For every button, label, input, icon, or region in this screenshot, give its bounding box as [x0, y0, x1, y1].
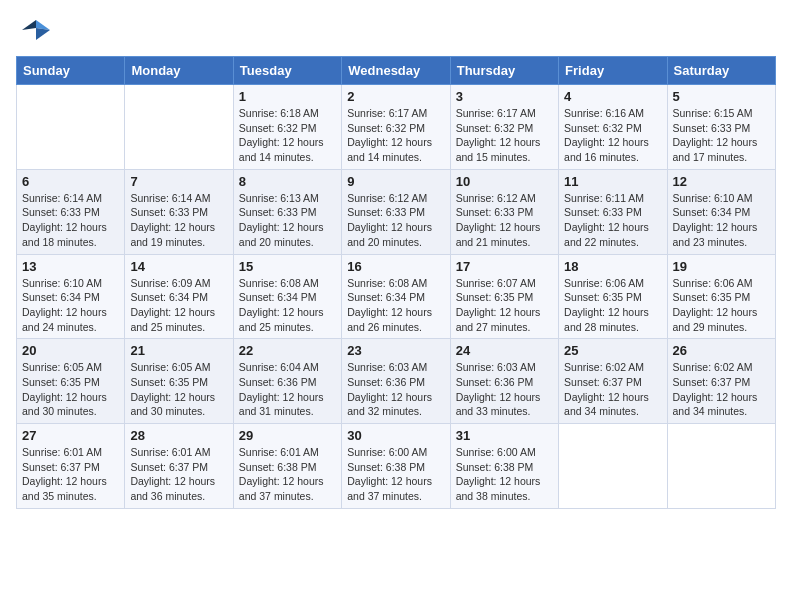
cell-info: Sunset: 6:32 PM	[564, 121, 661, 136]
cell-info: Sunset: 6:33 PM	[22, 205, 119, 220]
cell-info: Sunrise: 6:16 AM	[564, 106, 661, 121]
calendar-cell: 19Sunrise: 6:06 AMSunset: 6:35 PMDayligh…	[667, 254, 775, 339]
cell-info: Daylight: 12 hours and 16 minutes.	[564, 135, 661, 164]
day-number: 14	[130, 259, 227, 274]
cell-info: Sunrise: 6:08 AM	[347, 276, 444, 291]
calendar-cell: 9Sunrise: 6:12 AMSunset: 6:33 PMDaylight…	[342, 169, 450, 254]
day-number: 5	[673, 89, 770, 104]
calendar-cell: 16Sunrise: 6:08 AMSunset: 6:34 PMDayligh…	[342, 254, 450, 339]
calendar-cell: 27Sunrise: 6:01 AMSunset: 6:37 PMDayligh…	[17, 424, 125, 509]
day-number: 12	[673, 174, 770, 189]
calendar-cell: 11Sunrise: 6:11 AMSunset: 6:33 PMDayligh…	[559, 169, 667, 254]
day-header-sunday: Sunday	[17, 57, 125, 85]
cell-info: Sunrise: 6:04 AM	[239, 360, 336, 375]
calendar-cell: 31Sunrise: 6:00 AMSunset: 6:38 PMDayligh…	[450, 424, 558, 509]
calendar-cell: 26Sunrise: 6:02 AMSunset: 6:37 PMDayligh…	[667, 339, 775, 424]
day-number: 8	[239, 174, 336, 189]
cell-info: Sunset: 6:37 PM	[22, 460, 119, 475]
day-number: 24	[456, 343, 553, 358]
day-number: 16	[347, 259, 444, 274]
cell-info: Daylight: 12 hours and 20 minutes.	[239, 220, 336, 249]
cell-info: Sunset: 6:34 PM	[239, 290, 336, 305]
cell-info: Daylight: 12 hours and 25 minutes.	[239, 305, 336, 334]
day-number: 7	[130, 174, 227, 189]
cell-info: Sunrise: 6:17 AM	[456, 106, 553, 121]
cell-info: Sunset: 6:33 PM	[130, 205, 227, 220]
day-number: 11	[564, 174, 661, 189]
cell-info: Daylight: 12 hours and 15 minutes.	[456, 135, 553, 164]
day-number: 15	[239, 259, 336, 274]
cell-info: Daylight: 12 hours and 19 minutes.	[130, 220, 227, 249]
cell-info: Sunrise: 6:07 AM	[456, 276, 553, 291]
cell-info: Sunrise: 6:17 AM	[347, 106, 444, 121]
cell-info: Sunset: 6:33 PM	[347, 205, 444, 220]
cell-info: Daylight: 12 hours and 37 minutes.	[239, 474, 336, 503]
cell-info: Daylight: 12 hours and 21 minutes.	[456, 220, 553, 249]
cell-info: Daylight: 12 hours and 29 minutes.	[673, 305, 770, 334]
day-header-thursday: Thursday	[450, 57, 558, 85]
cell-info: Sunset: 6:35 PM	[673, 290, 770, 305]
calendar-cell: 6Sunrise: 6:14 AMSunset: 6:33 PMDaylight…	[17, 169, 125, 254]
cell-info: Sunset: 6:33 PM	[673, 121, 770, 136]
cell-info: Sunset: 6:35 PM	[456, 290, 553, 305]
calendar-cell	[559, 424, 667, 509]
day-number: 9	[347, 174, 444, 189]
day-number: 1	[239, 89, 336, 104]
day-number: 4	[564, 89, 661, 104]
cell-info: Sunset: 6:34 PM	[673, 205, 770, 220]
day-number: 3	[456, 89, 553, 104]
cell-info: Daylight: 12 hours and 23 minutes.	[673, 220, 770, 249]
cell-info: Sunrise: 6:12 AM	[347, 191, 444, 206]
calendar-table: SundayMondayTuesdayWednesdayThursdayFrid…	[16, 56, 776, 509]
cell-info: Sunset: 6:38 PM	[456, 460, 553, 475]
cell-info: Sunrise: 6:01 AM	[130, 445, 227, 460]
cell-info: Sunset: 6:32 PM	[456, 121, 553, 136]
calendar-cell: 12Sunrise: 6:10 AMSunset: 6:34 PMDayligh…	[667, 169, 775, 254]
day-number: 10	[456, 174, 553, 189]
day-number: 19	[673, 259, 770, 274]
cell-info: Daylight: 12 hours and 25 minutes.	[130, 305, 227, 334]
day-number: 31	[456, 428, 553, 443]
cell-info: Sunrise: 6:05 AM	[130, 360, 227, 375]
cell-info: Daylight: 12 hours and 20 minutes.	[347, 220, 444, 249]
cell-info: Sunrise: 6:06 AM	[564, 276, 661, 291]
day-number: 6	[22, 174, 119, 189]
cell-info: Sunset: 6:33 PM	[239, 205, 336, 220]
day-header-wednesday: Wednesday	[342, 57, 450, 85]
cell-info: Sunset: 6:34 PM	[130, 290, 227, 305]
cell-info: Sunrise: 6:02 AM	[564, 360, 661, 375]
cell-info: Daylight: 12 hours and 38 minutes.	[456, 474, 553, 503]
calendar-cell: 15Sunrise: 6:08 AMSunset: 6:34 PMDayligh…	[233, 254, 341, 339]
cell-info: Daylight: 12 hours and 14 minutes.	[239, 135, 336, 164]
cell-info: Sunset: 6:34 PM	[22, 290, 119, 305]
calendar-cell: 14Sunrise: 6:09 AMSunset: 6:34 PMDayligh…	[125, 254, 233, 339]
cell-info: Sunrise: 6:08 AM	[239, 276, 336, 291]
cell-info: Sunrise: 6:03 AM	[456, 360, 553, 375]
day-number: 18	[564, 259, 661, 274]
calendar-cell: 2Sunrise: 6:17 AMSunset: 6:32 PMDaylight…	[342, 85, 450, 170]
day-number: 22	[239, 343, 336, 358]
day-number: 26	[673, 343, 770, 358]
cell-info: Sunrise: 6:15 AM	[673, 106, 770, 121]
cell-info: Daylight: 12 hours and 31 minutes.	[239, 390, 336, 419]
calendar-cell: 29Sunrise: 6:01 AMSunset: 6:38 PMDayligh…	[233, 424, 341, 509]
cell-info: Sunset: 6:34 PM	[347, 290, 444, 305]
cell-info: Sunset: 6:37 PM	[130, 460, 227, 475]
day-number: 29	[239, 428, 336, 443]
calendar-cell	[125, 85, 233, 170]
cell-info: Sunrise: 6:00 AM	[347, 445, 444, 460]
logo	[16, 16, 50, 48]
cell-info: Sunrise: 6:13 AM	[239, 191, 336, 206]
cell-info: Sunset: 6:35 PM	[130, 375, 227, 390]
cell-info: Daylight: 12 hours and 28 minutes.	[564, 305, 661, 334]
cell-info: Daylight: 12 hours and 26 minutes.	[347, 305, 444, 334]
cell-info: Daylight: 12 hours and 30 minutes.	[22, 390, 119, 419]
cell-info: Sunset: 6:37 PM	[564, 375, 661, 390]
calendar-cell: 18Sunrise: 6:06 AMSunset: 6:35 PMDayligh…	[559, 254, 667, 339]
calendar-cell: 23Sunrise: 6:03 AMSunset: 6:36 PMDayligh…	[342, 339, 450, 424]
calendar-cell: 13Sunrise: 6:10 AMSunset: 6:34 PMDayligh…	[17, 254, 125, 339]
day-header-friday: Friday	[559, 57, 667, 85]
calendar-cell: 22Sunrise: 6:04 AMSunset: 6:36 PMDayligh…	[233, 339, 341, 424]
cell-info: Sunrise: 6:09 AM	[130, 276, 227, 291]
cell-info: Sunrise: 6:14 AM	[130, 191, 227, 206]
